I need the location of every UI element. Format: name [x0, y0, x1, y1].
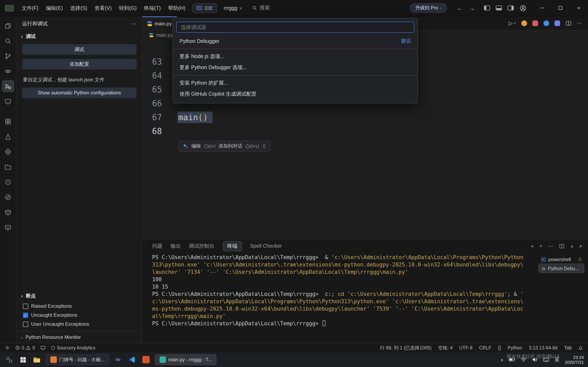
visual-studio-icon[interactable]: ∞ [113, 355, 123, 365]
more-actions-icon[interactable]: ⋯ [130, 20, 136, 27]
breakpoint-raised-exceptions[interactable]: Raised Exceptions [16, 302, 142, 311]
run-and-debug-icon[interactable] [2, 80, 14, 92]
quickpick-item-copilot-generate[interactable]: 使用 GitHub Copilot 生成调试配置 [176, 89, 414, 100]
project-folder-icon[interactable] [2, 161, 14, 173]
taskbar-clock[interactable]: 23:24 2025/7/21 [565, 355, 584, 365]
tab-focus-mode[interactable]: Tab [564, 345, 572, 350]
menu-selection[interactable]: 选择(S) [67, 0, 91, 16]
layout-secondary-sidebar-icon[interactable] [507, 5, 514, 11]
global-search[interactable]: 搜索 [252, 5, 270, 11]
menu-file[interactable]: 文件(F) [18, 0, 42, 16]
vscode-icon[interactable] [127, 355, 137, 365]
search-icon[interactable] [2, 35, 14, 47]
orange-app-icon[interactable] [141, 355, 151, 365]
remote-explorer-icon[interactable] [2, 221, 14, 233]
inline-chat-hint[interactable]: 编辑 Ctrl+I 添加到对话 Ctrl+U [178, 141, 271, 152]
quickpick-item-python-debugger[interactable]: Python Debugger 建议 [176, 35, 414, 47]
jupyter-icon[interactable] [2, 176, 14, 188]
session-powershell[interactable]: >_ powershell ⚠ [539, 255, 584, 264]
extension-action-icon-3[interactable] [543, 20, 549, 26]
taskbar-widget-icon[interactable] [4, 355, 14, 365]
layout-sidebar-icon[interactable] [484, 5, 490, 11]
tab-problems[interactable]: 问题 [152, 242, 162, 250]
extension-action-icon-4[interactable] [554, 20, 560, 26]
split-terminal-icon[interactable] [559, 243, 565, 249]
debug-button[interactable]: 调试 [22, 44, 137, 55]
account-icon[interactable] [520, 5, 526, 11]
chevron-down-icon[interactable]: ∨ [539, 244, 542, 248]
cursor-position[interactable]: 行 68, 列 1 (已选择1005) [380, 345, 432, 351]
taskbar-window-1[interactable]: 门牌号 - 问题 - 大碗... [46, 354, 109, 365]
menu-goto[interactable]: 转到(G) [115, 0, 140, 16]
layout-panel-icon[interactable] [496, 5, 502, 11]
debug-section-header[interactable]: ∨ 调试 [16, 31, 142, 42]
ports-icon[interactable] [41, 345, 45, 350]
tools-icon[interactable] [5, 345, 10, 350]
maximize-button[interactable] [551, 0, 570, 16]
checkbox[interactable] [23, 303, 28, 309]
quickpick-input[interactable] [181, 24, 410, 30]
run-python-button[interactable]: ▷ ∨ [509, 20, 516, 26]
breakpoint-user-uncaught-exceptions[interactable]: User Uncaught Exceptions [16, 320, 142, 329]
source-control-icon[interactable] [2, 50, 14, 62]
menu-help[interactable]: 帮助(H) [164, 0, 189, 16]
taskbar-window-active[interactable]: main.py - rrrggg - T... [155, 354, 216, 365]
tab-main-py[interactable]: main.py [142, 16, 177, 30]
problems-summary[interactable]: 0 0 [15, 345, 35, 350]
session-python-debugger[interactable]: Python Debu... [539, 264, 584, 273]
tray-chevron-up-icon[interactable]: ∧ [501, 357, 504, 362]
maximize-panel-icon[interactable]: ∧ [571, 244, 573, 248]
menu-edit[interactable]: 编辑(E) [42, 0, 67, 16]
docker-icon[interactable] [2, 206, 14, 218]
project-selector[interactable]: rrrggg ∨ [224, 5, 242, 11]
encoding[interactable]: UTF-8 [459, 345, 472, 350]
tab-spell-checker[interactable]: Spell Checker [250, 243, 282, 249]
indentation[interactable]: 空格: 4 [438, 345, 453, 351]
extension-action-icon-1[interactable] [521, 20, 527, 26]
api-compass-icon[interactable] [2, 191, 14, 203]
ide-mode-switch[interactable]: IDE [192, 3, 217, 13]
extension-action-icon-2[interactable] [532, 20, 538, 26]
file-explorer-icon[interactable] [32, 355, 42, 365]
close-panel-icon[interactable]: × [579, 243, 582, 249]
quickpick-item-install-python-ext[interactable]: 安装 Python 的扩展... [176, 78, 414, 89]
braces-icon[interactable]: {} [498, 345, 501, 350]
explorer-icon[interactable] [2, 20, 14, 32]
breakpoints-section-header[interactable]: ∨ 断点 [16, 291, 142, 302]
terminal-output[interactable]: PS C:\Users\Administrator\AppData\Local\… [152, 254, 538, 343]
notifications-bell-icon[interactable] [578, 345, 583, 350]
extensions-icon[interactable] [2, 115, 14, 127]
auto-python-config-button[interactable]: Show automatic Python configurations [22, 87, 137, 98]
preview-eye-icon[interactable] [2, 65, 14, 77]
new-terminal-icon[interactable]: + [531, 243, 534, 249]
sourcery-status[interactable]: Sourcery Analytics [51, 345, 95, 350]
checkbox[interactable] [23, 312, 28, 318]
tab-output[interactable]: 输出 [170, 242, 181, 250]
language-mode[interactable]: Python [508, 345, 522, 350]
upgrade-pro-button[interactable]: 升级到 Pro › [410, 3, 447, 13]
add-config-button[interactable]: 添加配置 [22, 59, 137, 69]
quickpick-item-more-python[interactable]: 更多 Python Debugger 选项... [176, 62, 414, 73]
nav-forward-button[interactable]: → [469, 5, 475, 11]
start-button[interactable] [18, 355, 28, 365]
tab-debug-console[interactable]: 调试控制台 [189, 242, 214, 250]
python-interpreter[interactable]: 3.13.13 64-bit [529, 345, 558, 350]
test-explorer-icon[interactable] [2, 130, 14, 143]
tab-terminal[interactable]: 终端 [223, 241, 242, 251]
more-actions-icon[interactable]: ⋯ [548, 243, 553, 249]
python-resource-monitor-section[interactable]: › Python Resource Monitor [16, 331, 142, 343]
menu-view[interactable]: 查看(V) [91, 0, 115, 16]
split-editor-icon[interactable] [565, 20, 572, 26]
breadcrumb-item[interactable]: main.py [156, 33, 173, 38]
eol-sequence[interactable]: CRLF [479, 345, 491, 350]
live-preview-icon[interactable] [2, 95, 14, 108]
breakpoint-uncaught-exceptions[interactable]: Uncaught Exceptions [16, 311, 142, 320]
nav-back-button[interactable]: ← [457, 5, 462, 11]
close-button[interactable]: × [570, 0, 588, 16]
python-icon[interactable] [2, 145, 14, 158]
quickpick-item-more-node[interactable]: 更多 Node.js 选项... [176, 51, 414, 62]
more-actions-icon[interactable]: ⋯ [577, 20, 582, 26]
minimize-button[interactable] [533, 0, 551, 16]
checkbox[interactable] [23, 321, 28, 327]
menu-terminal[interactable]: 终端(T) [140, 0, 164, 16]
